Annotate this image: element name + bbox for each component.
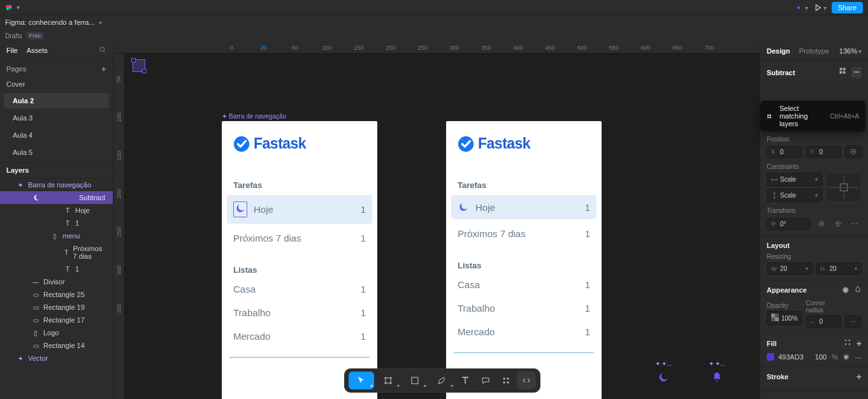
layer-row[interactable]: ▯ menu [0, 229, 113, 242]
constraint-h-field[interactable]: Scale▾ [767, 173, 822, 186]
layer-row[interactable]: ▭ Rectangle 19 [0, 301, 113, 314]
layer-row[interactable]: ✦ Barra de navegação [0, 178, 113, 191]
remove-fill-button[interactable]: — [855, 353, 862, 361]
tool-comment[interactable] [476, 372, 495, 389]
chevron-down-icon: ▾ [17, 4, 20, 11]
rect-icon: ▭ [32, 342, 40, 349]
page-item[interactable]: Aula 5 [4, 145, 109, 160]
list-item[interactable]: Mercado 1 [222, 324, 377, 348]
tab-prototype[interactable]: Prototype [799, 47, 829, 55]
fill-styles-icon[interactable] [844, 338, 851, 349]
svg-rect-14 [843, 71, 846, 74]
ruler-vertical: 50 100 150 200 250 300 350 [113, 54, 125, 399]
layer-row[interactable]: ✦ Vector [0, 352, 113, 365]
visibility-icon[interactable]: ◉ [843, 352, 850, 361]
nav-item-today[interactable]: Hoje 1 [451, 195, 597, 219]
layer-row[interactable]: ▭ Rectangle 25 [0, 288, 113, 301]
layer-label: Rectangle 19 [43, 303, 85, 311]
tool-frame[interactable]: ▾ [375, 372, 401, 389]
constraint-v-field[interactable]: Scale▾ [767, 189, 822, 202]
list-item[interactable]: Casa 1 [222, 277, 377, 301]
tool-shape[interactable]: ▾ [402, 372, 428, 389]
frame-label[interactable]: ✦ Barra de navegação [222, 113, 286, 120]
tab-design[interactable]: Design [767, 47, 790, 55]
component-options-icon[interactable] [839, 67, 846, 78]
tool-pen[interactable]: ▾ [429, 372, 454, 389]
frame-sidebar-1[interactable]: Fastask Tarefas Hoje 1 Próximos 7 dias 1 [222, 121, 377, 399]
layer-row[interactable]: ▭ Rectangle 17 [0, 314, 113, 326]
tool-text[interactable] [456, 372, 475, 389]
nav-item-today[interactable]: Hoje 1 [227, 195, 372, 224]
more-transform-button[interactable]: ⋯ [848, 217, 862, 231]
height-field[interactable]: H20▾ [816, 263, 862, 275]
rotation-field[interactable]: ⟳0° [767, 218, 811, 230]
layer-row-selected[interactable]: Subtract [0, 191, 113, 204]
list-item[interactable]: Mercado 1 [446, 320, 602, 344]
fill-swatch[interactable] [767, 353, 774, 361]
zoom-level[interactable]: 136% ▾ [839, 47, 862, 55]
text-icon: T [64, 266, 71, 273]
tab-assets[interactable]: Assets [27, 47, 48, 54]
moon-icon [657, 371, 670, 384]
add-effect-button[interactable]: + [857, 396, 862, 399]
opacity-field[interactable]: 100% [767, 311, 802, 325]
tool-actions[interactable] [496, 372, 516, 389]
fill-hex[interactable]: 493AD3 [778, 353, 804, 361]
figma-menu[interactable]: ▾ [5, 4, 119, 11]
subtract-icon [32, 194, 40, 201]
list-item[interactable]: Casa 1 [446, 273, 602, 296]
svg-rect-12 [843, 68, 846, 71]
page-item[interactable]: Aula 4 [4, 127, 109, 143]
position-y-field[interactable]: Y0 [806, 146, 842, 158]
layer-row[interactable]: ▭ Rectangle 14 [0, 339, 113, 352]
blend-icon[interactable] [854, 286, 862, 294]
chevron-down-icon[interactable]: ▾ [805, 4, 808, 11]
floating-component-moon[interactable]: ✦✦... [655, 360, 672, 384]
flip-v-button[interactable] [831, 217, 845, 231]
search-icon[interactable] [99, 46, 106, 55]
layer-label: Rectangle 25 [43, 291, 85, 298]
file-location-row[interactable]: Drafts Free [0, 29, 113, 42]
abs-position-button[interactable] [845, 145, 862, 158]
width-field[interactable]: W20▾ [767, 263, 813, 275]
nav-item-next7[interactable]: Próximos 7 dias 1 [446, 222, 602, 245]
tool-move[interactable]: ▾ [349, 372, 374, 389]
list-item-count: 1 [361, 284, 366, 294]
more-options-button[interactable] [851, 67, 862, 78]
canvas[interactable]: 0 20 50 100 150 200 250 300 350 400 450 … [113, 42, 760, 399]
layer-row[interactable]: T Próximos 7 dias [0, 242, 113, 263]
brand-text: Fastask [254, 135, 306, 152]
floating-component-bell[interactable]: ✦✦... [709, 360, 725, 384]
list-item[interactable]: Trabalho 1 [446, 296, 602, 320]
add-fill-button[interactable]: + [857, 338, 862, 349]
list-item[interactable]: Trabalho 1 [222, 301, 377, 324]
corner-field[interactable]: ⌐0 [806, 316, 841, 328]
add-page-button[interactable]: + [101, 64, 106, 74]
avatar[interactable] [797, 6, 800, 9]
nav-item-next7[interactable]: Próximos 7 dias 1 [222, 226, 377, 250]
file-name-row[interactable]: Figma: conhecendo a ferra... ▾ [0, 15, 113, 29]
add-stroke-button[interactable]: + [857, 372, 862, 382]
layer-row[interactable]: T 1 [0, 263, 113, 275]
appearance-label: Appearance [767, 286, 807, 294]
fill-opacity[interactable]: 100 [815, 353, 827, 361]
tool-dev-mode[interactable] [517, 372, 536, 389]
layer-row[interactable]: T Hoje [0, 204, 113, 217]
visibility-icon[interactable]: ◉ [843, 286, 849, 294]
page-item[interactable]: Aula 3 [4, 110, 109, 126]
position-x-field[interactable]: X0 [767, 146, 802, 158]
layer-row[interactable]: T 1 [0, 217, 113, 229]
layer-row[interactable]: — Divisor [0, 275, 113, 288]
page-cover[interactable]: Cover [0, 77, 113, 91]
layer-row[interactable]: ▯ Logo [0, 326, 113, 339]
stroke-section: Stroke + [760, 366, 868, 391]
svg-rect-18 [767, 114, 769, 115]
tab-file[interactable]: File [6, 47, 18, 54]
more-appearance-button[interactable]: ⋯ [845, 316, 862, 328]
page-item[interactable]: Aula 2 [4, 93, 109, 108]
present-button[interactable]: ▾ [813, 3, 827, 12]
share-button[interactable]: Share [832, 2, 863, 13]
frame-sidebar-2[interactable]: Fastask Tarefas Hoje 1 Próximos 7 dias 1… [446, 121, 602, 399]
flip-h-button[interactable] [814, 217, 828, 231]
constraints-diagram[interactable] [826, 173, 862, 202]
